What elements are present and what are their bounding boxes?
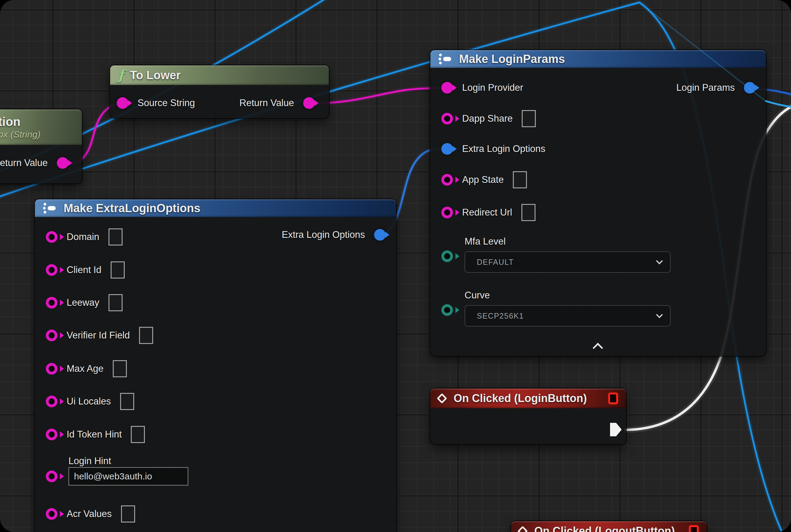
source-string-pin[interactable] xyxy=(117,97,128,109)
chevron-down-icon xyxy=(656,311,663,318)
mfa-level-pin[interactable] xyxy=(441,250,453,262)
checkbox-dapp-share[interactable] xyxy=(522,110,536,127)
node-header[interactable]: Make LoginParams xyxy=(430,50,766,68)
domain-pin[interactable] xyxy=(46,231,57,243)
node-on-clicked-logout-button[interactable]: On Clicked (LogoutButton) xyxy=(511,521,707,532)
pin-label: Redirect Url xyxy=(462,207,512,218)
pin-row-dapp-share: Dapp Share xyxy=(441,110,536,127)
return-value-pin[interactable] xyxy=(57,157,69,169)
pin-label: Return Value xyxy=(239,97,294,109)
node-header[interactable]: tion ox (String) xyxy=(0,110,82,145)
blueprint-graph-canvas[interactable]: tion ox (String) eturn Value ƒ To Lower … xyxy=(0,0,791,532)
pin-label: Dapp Share xyxy=(462,113,513,124)
leeway-pin[interactable] xyxy=(46,297,57,308)
redirect-url-pin[interactable] xyxy=(441,207,453,218)
pin-label: Domain xyxy=(66,231,99,243)
pin-row-verifier-id-field: Verifier Id Field xyxy=(46,327,153,344)
function-icon: ƒ xyxy=(118,69,124,82)
extra-login-options-out-row: Extra Login Options xyxy=(282,226,386,243)
node-make-login-params[interactable]: Make LoginParams Login Provider Login Pa… xyxy=(430,50,766,356)
node-header[interactable]: ƒ To Lower xyxy=(110,65,329,85)
curve-pin[interactable] xyxy=(441,304,453,316)
login-hint-input[interactable] xyxy=(69,467,188,486)
pin-row-domain: Domain xyxy=(46,228,122,246)
node-title: Make LoginParams xyxy=(459,53,565,66)
mfa-level-value: DEFAULT xyxy=(477,258,514,267)
node-make-extra-login-options[interactable]: Make ExtraLoginOptions Extra Login Optio… xyxy=(35,200,396,532)
pin-label: App State xyxy=(462,174,504,185)
curve-value: SECP256K1 xyxy=(477,311,524,320)
pin-row-client-id: Client Id xyxy=(46,261,125,279)
dapp-share-pin[interactable] xyxy=(441,113,453,125)
event-diamond-icon xyxy=(437,393,447,404)
return-value-pin[interactable] xyxy=(303,97,315,109)
node-header[interactable]: Make ExtraLoginOptions xyxy=(35,200,396,217)
pin-row-extra-login-options: Extra Login Options xyxy=(441,140,545,157)
checkbox-id-token-hint[interactable] xyxy=(131,426,145,443)
login-params-out-pin[interactable] xyxy=(744,82,755,94)
checkbox-redirect-url[interactable] xyxy=(521,204,536,221)
login-params-out-row: Login Params xyxy=(676,79,755,96)
node-text-getter-partial[interactable]: tion ox (String) eturn Value xyxy=(0,110,82,184)
collapse-chevron-icon[interactable] xyxy=(593,343,603,353)
pin-label: Login Params xyxy=(676,82,735,93)
pin-row-redirect-url: Redirect Url xyxy=(441,204,536,221)
pin-label: eturn Value xyxy=(0,157,48,169)
return-value-row: eturn Value xyxy=(0,154,69,172)
node-subtitle-fragment: ox (String) xyxy=(0,129,40,140)
curve-dropdown[interactable]: SECP256K1 xyxy=(465,305,671,326)
login-hint-pin[interactable] xyxy=(46,471,57,482)
node-title-fragment: tion xyxy=(0,115,20,129)
checkbox-leeway[interactable] xyxy=(109,294,122,311)
event-diamond-icon xyxy=(518,526,528,532)
pin-row-ui-locales: Ui Locales xyxy=(46,393,134,410)
pin-label: Login Provider xyxy=(462,82,523,93)
pin-label: Client Id xyxy=(66,264,101,276)
extra-login-options-out-pin[interactable] xyxy=(374,229,386,241)
pin-label: Id Token Hint xyxy=(66,429,122,440)
make-struct-icon xyxy=(438,53,453,65)
checkbox-domain[interactable] xyxy=(109,228,122,246)
mfa-level-dropdown[interactable]: DEFAULT xyxy=(465,251,671,273)
return-value-row: Return Value xyxy=(239,94,315,112)
node-on-clicked-login-button[interactable]: On Clicked (LoginButton) xyxy=(430,388,626,444)
pin-label: Extra Login Options xyxy=(462,144,545,154)
checkbox-max-age[interactable] xyxy=(113,360,127,377)
checkbox-verifier-id-field[interactable] xyxy=(139,327,153,344)
pin-label: Verifier Id Field xyxy=(66,330,130,341)
bind-square-icon[interactable] xyxy=(608,393,618,404)
node-title: On Clicked (LogoutButton) xyxy=(534,525,675,532)
checkbox-ui-locales[interactable] xyxy=(120,393,134,410)
login-hint-label: Login Hint xyxy=(69,456,111,467)
pin-row-acr-values: Acr Values xyxy=(46,506,135,522)
checkbox-client-id[interactable] xyxy=(111,261,125,279)
pin-label: Extra Login Options xyxy=(282,229,365,240)
max-age-pin[interactable] xyxy=(46,363,57,375)
bind-square-icon[interactable] xyxy=(689,525,699,532)
extra-login-options-in-pin[interactable] xyxy=(441,143,453,155)
curve-label: Curve xyxy=(465,290,490,301)
id-token-hint-pin[interactable] xyxy=(46,429,57,440)
node-title: To Lower xyxy=(130,69,181,82)
pin-row-id-token-hint: Id Token Hint xyxy=(46,426,145,443)
checkbox-acr-values[interactable] xyxy=(121,506,135,522)
node-header[interactable]: On Clicked (LoginButton) xyxy=(430,388,626,408)
app-state-pin[interactable] xyxy=(441,174,453,186)
pin-row-leeway: Leeway xyxy=(46,294,122,311)
mfa-level-label: Mfa Level xyxy=(465,236,505,247)
node-to-lower[interactable]: ƒ To Lower Source String Return Value xyxy=(110,65,329,118)
checkbox-app-state[interactable] xyxy=(513,171,527,188)
wire-string-2 xyxy=(310,88,444,103)
ui-locales-pin[interactable] xyxy=(46,396,57,407)
login-provider-pin[interactable] xyxy=(441,82,453,94)
wire-blue-right-edge xyxy=(765,101,791,108)
verifier-id-field-pin[interactable] xyxy=(46,329,57,341)
make-struct-icon xyxy=(43,202,57,214)
pin-label: Source String xyxy=(137,97,195,109)
node-header[interactable]: On Clicked (LogoutButton) xyxy=(511,521,707,532)
node-title: On Clicked (LoginButton) xyxy=(454,392,587,405)
chevron-down-icon xyxy=(656,258,663,264)
exec-out-pin[interactable] xyxy=(610,423,622,436)
client-id-pin[interactable] xyxy=(46,264,57,276)
acr-values-pin[interactable] xyxy=(46,508,57,520)
